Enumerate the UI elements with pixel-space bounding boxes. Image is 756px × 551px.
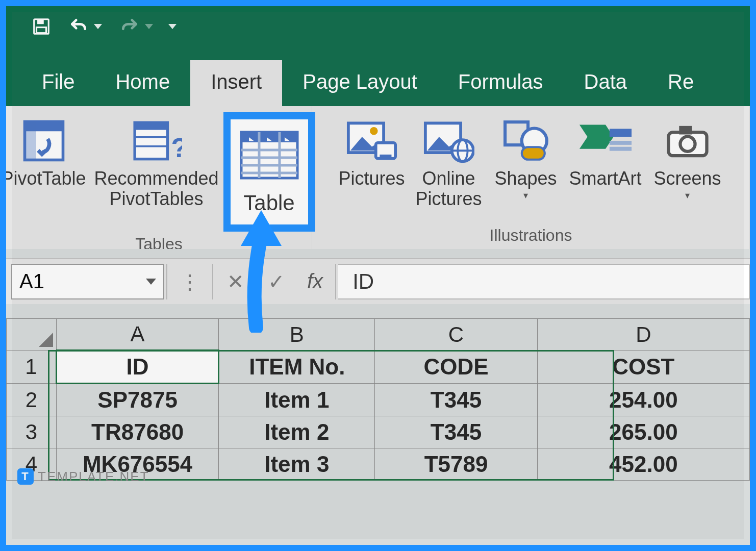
row-header-2[interactable]: 2 — [7, 384, 57, 416]
recommended-pivot-tables-icon: ? — [129, 115, 185, 166]
cell-D4[interactable]: 452.00 — [537, 448, 749, 481]
cell-B2[interactable]: Item 1 — [219, 384, 375, 416]
smartart-button[interactable]: SmartArt — [565, 115, 646, 189]
spreadsheet-grid[interactable]: A B C D 1 ID ITEM No. CODE COST 2 SP7875 — [6, 318, 750, 481]
pivot-table-label: PivotTable — [6, 168, 86, 189]
svg-rect-40 — [679, 126, 692, 135]
tab-file[interactable]: File — [21, 60, 95, 106]
undo-icon[interactable] — [66, 17, 102, 36]
cell-C3[interactable]: T345 — [375, 416, 537, 448]
row-header-1[interactable]: 1 — [7, 350, 57, 384]
column-header-A[interactable]: A — [56, 319, 218, 350]
online-pictures-label-l1: Online — [422, 168, 475, 189]
tab-formulas[interactable]: Formulas — [438, 60, 564, 106]
smartart-icon — [577, 115, 634, 166]
formula-bar: A1 ⋮ ✕ ✓ fx ID — [6, 258, 750, 304]
ribbon-group-illustrations-label: Illustrations — [490, 223, 572, 248]
column-header-C[interactable]: C — [375, 319, 537, 350]
tab-page-layout[interactable]: Page Layout — [282, 60, 438, 106]
table-icon — [234, 124, 305, 186]
online-pictures-button[interactable]: Online Pictures — [411, 115, 487, 209]
svg-rect-2 — [37, 28, 46, 33]
svg-point-41 — [680, 137, 695, 152]
shapes-label: Shapes — [494, 168, 557, 189]
pictures-label: Pictures — [338, 168, 405, 189]
app-window: File Home Insert Page Layout Formulas Da… — [0, 0, 756, 551]
column-header-B[interactable]: B — [219, 319, 375, 350]
cell-D2[interactable]: 254.00 — [537, 384, 749, 416]
cell-A1[interactable]: ID — [56, 350, 218, 384]
svg-rect-26 — [380, 155, 391, 159]
shapes-button[interactable]: Shapes ▾ — [490, 115, 562, 201]
tab-review-partial[interactable]: Re — [647, 60, 714, 106]
pivot-table-icon — [16, 115, 72, 166]
column-header-D[interactable]: D — [537, 319, 749, 350]
quick-access-toolbar — [6, 6, 750, 47]
smartart-label: SmartArt — [569, 168, 641, 189]
ribbon-group-tables-label: Tables — [135, 232, 183, 249]
ribbon-group-illustrations: Pictures Online Pictures — [312, 106, 750, 249]
name-box[interactable]: A1 — [11, 264, 164, 299]
cancel-formula-icon[interactable]: ✕ — [215, 270, 256, 293]
cell-D1[interactable]: COST — [537, 350, 749, 384]
svg-rect-34 — [521, 147, 544, 160]
tab-home[interactable]: Home — [95, 60, 190, 106]
watermark-text: TEMPLATE.NET — [38, 469, 149, 485]
svg-text:?: ? — [171, 133, 182, 163]
svg-marker-35 — [579, 125, 613, 149]
redo-icon[interactable] — [117, 17, 153, 36]
enter-formula-icon[interactable]: ✓ — [256, 270, 297, 293]
insert-function-icon[interactable]: fx — [297, 270, 333, 293]
online-pictures-icon — [421, 115, 477, 166]
svg-point-23 — [370, 127, 377, 135]
screenshot-icon — [660, 115, 716, 166]
cell-C4[interactable]: T5789 — [375, 448, 537, 481]
customize-qat-icon[interactable] — [168, 24, 177, 29]
tab-insert[interactable]: Insert — [190, 60, 282, 106]
recommended-pivot-tables-button[interactable]: ? Recommended PivotTables — [93, 115, 220, 209]
cell-B1[interactable]: ITEM No. — [219, 350, 375, 384]
screenshot-button[interactable]: Screens ▾ — [649, 115, 726, 201]
cell-A2[interactable]: SP7875 — [56, 384, 218, 416]
chevron-down-icon: ▾ — [685, 190, 690, 201]
svg-rect-7 — [135, 122, 167, 130]
svg-rect-38 — [609, 147, 631, 151]
cell-C2[interactable]: T345 — [375, 384, 537, 416]
ribbon-group-tables: PivotTable ? Recommended PivotT — [6, 106, 312, 249]
table-row: 2 SP7875 Item 1 T345 254.00 — [7, 384, 750, 416]
pivot-table-button[interactable]: PivotTable — [6, 115, 90, 189]
tab-data[interactable]: Data — [564, 60, 648, 106]
chevron-down-icon: ▾ — [523, 190, 528, 201]
formula-input-value: ID — [352, 269, 374, 294]
cell-B3[interactable]: Item 2 — [219, 416, 375, 448]
formula-options-icon[interactable]: ⋮ — [169, 270, 210, 293]
pictures-icon — [344, 115, 400, 166]
recommended-pivot-tables-label-l2: PivotTables — [109, 189, 203, 209]
name-box-value: A1 — [19, 270, 44, 293]
recommended-pivot-tables-label-l1: Recommended — [94, 168, 218, 189]
table-button[interactable]: Table — [223, 112, 315, 232]
formula-input[interactable]: ID — [338, 264, 750, 299]
cell-A3[interactable]: TR87680 — [56, 416, 218, 448]
chevron-down-icon[interactable] — [146, 279, 156, 285]
ribbon-tabs: File Home Insert Page Layout Formulas Da… — [6, 47, 750, 106]
table-label: Table — [243, 186, 294, 224]
cell-D3[interactable]: 265.00 — [537, 416, 749, 448]
cell-B4[interactable]: Item 3 — [219, 448, 375, 481]
shapes-icon — [498, 115, 554, 166]
select-all-corner[interactable] — [7, 319, 57, 350]
table-row: 1 ID ITEM No. CODE COST — [7, 350, 750, 384]
watermark-badge: T — [17, 468, 34, 485]
online-pictures-label-l2: Pictures — [415, 189, 482, 209]
ribbon-insert: PivotTable ? Recommended PivotT — [6, 106, 750, 249]
screenshot-label: Screens — [653, 168, 721, 189]
pictures-button[interactable]: Pictures — [336, 115, 408, 189]
svg-rect-5 — [24, 122, 36, 160]
save-icon[interactable] — [32, 17, 51, 36]
table-row: 3 TR87680 Item 2 T345 265.00 — [7, 416, 750, 448]
watermark: T TEMPLATE.NET — [17, 468, 149, 485]
cell-C1[interactable]: CODE — [375, 350, 537, 384]
svg-rect-36 — [609, 129, 631, 137]
svg-rect-1 — [37, 19, 44, 24]
row-header-3[interactable]: 3 — [7, 416, 57, 448]
